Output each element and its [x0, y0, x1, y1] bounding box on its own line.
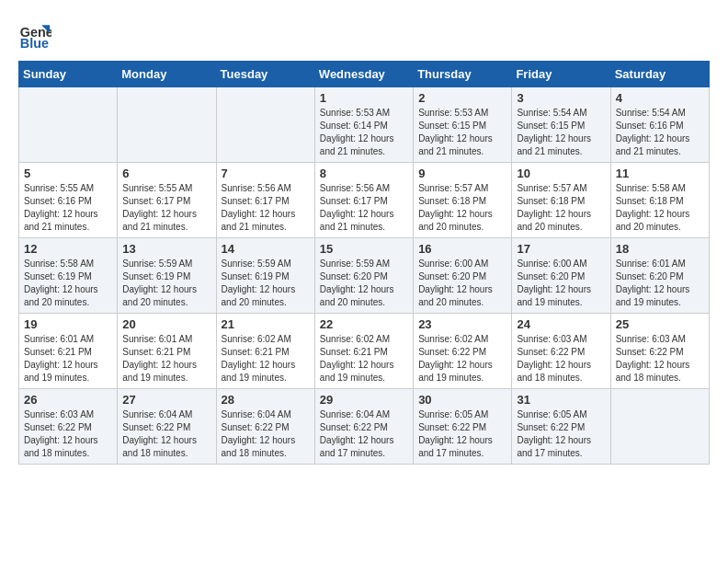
day-number: 23 — [418, 317, 506, 331]
day-info: Sunrise: 6:00 AM Sunset: 6:20 PM Dayligh… — [517, 258, 605, 309]
day-info: Sunrise: 5:57 AM Sunset: 6:18 PM Dayligh… — [418, 182, 506, 234]
day-info: Sunrise: 5:56 AM Sunset: 6:17 PM Dayligh… — [222, 182, 310, 234]
day-info: Sunrise: 5:59 AM Sunset: 6:19 PM Dayligh… — [222, 258, 310, 309]
day-number: 9 — [418, 167, 506, 180]
day-number: 8 — [320, 167, 408, 180]
day-number: 1 — [320, 91, 408, 105]
logo-icon: General Blue — [18, 18, 51, 52]
day-number: 3 — [517, 91, 605, 105]
day-number: 12 — [24, 242, 112, 256]
day-number: 27 — [122, 393, 210, 407]
week-row-4: 19Sunrise: 6:01 AM Sunset: 6:21 PM Dayli… — [19, 314, 710, 389]
day-number: 29 — [320, 393, 408, 407]
day-number: 13 — [122, 242, 210, 256]
day-number: 25 — [616, 317, 704, 331]
weekday-header-wednesday: Wednesday — [314, 62, 413, 87]
calendar-cell: 24Sunrise: 6:03 AM Sunset: 6:22 PM Dayli… — [512, 314, 610, 389]
calendar-cell: 13Sunrise: 5:59 AM Sunset: 6:19 PM Dayli… — [118, 238, 216, 314]
day-info: Sunrise: 6:05 AM Sunset: 6:22 PM Dayligh… — [517, 408, 605, 460]
calendar-cell: 15Sunrise: 5:59 AM Sunset: 6:20 PM Dayli… — [314, 238, 413, 314]
day-number: 11 — [616, 167, 704, 180]
calendar-cell: 7Sunrise: 5:56 AM Sunset: 6:17 PM Daylig… — [216, 163, 314, 238]
day-number: 17 — [517, 242, 605, 256]
day-info: Sunrise: 5:53 AM Sunset: 6:14 PM Dayligh… — [320, 107, 408, 158]
weekday-header-saturday: Saturday — [610, 62, 709, 87]
weekday-header-friday: Friday — [512, 62, 610, 87]
day-info: Sunrise: 6:01 AM Sunset: 6:21 PM Dayligh… — [122, 333, 210, 385]
day-info: Sunrise: 6:03 AM Sunset: 6:22 PM Dayligh… — [616, 333, 704, 385]
day-info: Sunrise: 6:05 AM Sunset: 6:22 PM Dayligh… — [418, 408, 506, 460]
day-number: 16 — [418, 242, 506, 256]
day-number: 2 — [418, 91, 506, 105]
calendar-cell: 3Sunrise: 5:54 AM Sunset: 6:15 PM Daylig… — [512, 87, 610, 163]
calendar-cell: 28Sunrise: 6:04 AM Sunset: 6:22 PM Dayli… — [216, 389, 314, 465]
day-number: 28 — [222, 393, 310, 407]
day-info: Sunrise: 6:03 AM Sunset: 6:22 PM Dayligh… — [24, 408, 112, 460]
day-number: 15 — [320, 242, 408, 256]
week-row-3: 12Sunrise: 5:58 AM Sunset: 6:19 PM Dayli… — [19, 238, 710, 314]
day-info: Sunrise: 5:53 AM Sunset: 6:15 PM Dayligh… — [418, 107, 506, 158]
day-info: Sunrise: 5:59 AM Sunset: 6:19 PM Dayligh… — [122, 258, 210, 309]
day-number: 20 — [122, 317, 210, 331]
day-number: 18 — [616, 242, 704, 256]
calendar-cell — [19, 87, 118, 163]
calendar-cell — [118, 87, 216, 163]
calendar-cell: 12Sunrise: 5:58 AM Sunset: 6:19 PM Dayli… — [19, 238, 118, 314]
day-number: 31 — [517, 393, 605, 407]
calendar-cell: 10Sunrise: 5:57 AM Sunset: 6:18 PM Dayli… — [512, 163, 610, 238]
calendar-cell: 29Sunrise: 6:04 AM Sunset: 6:22 PM Dayli… — [314, 389, 413, 465]
week-row-1: 1Sunrise: 5:53 AM Sunset: 6:14 PM Daylig… — [19, 87, 710, 163]
day-info: Sunrise: 5:54 AM Sunset: 6:15 PM Dayligh… — [517, 107, 605, 158]
calendar-cell: 25Sunrise: 6:03 AM Sunset: 6:22 PM Dayli… — [610, 314, 709, 389]
calendar-cell: 1Sunrise: 5:53 AM Sunset: 6:14 PM Daylig… — [314, 87, 413, 163]
calendar-cell: 23Sunrise: 6:02 AM Sunset: 6:22 PM Dayli… — [414, 314, 512, 389]
calendar-cell: 22Sunrise: 6:02 AM Sunset: 6:21 PM Dayli… — [314, 314, 413, 389]
weekday-header-tuesday: Tuesday — [216, 62, 314, 87]
day-info: Sunrise: 6:00 AM Sunset: 6:20 PM Dayligh… — [418, 258, 506, 309]
day-info: Sunrise: 6:02 AM Sunset: 6:21 PM Dayligh… — [222, 333, 310, 385]
day-number: 4 — [616, 91, 704, 105]
calendar-cell: 21Sunrise: 6:02 AM Sunset: 6:21 PM Dayli… — [216, 314, 314, 389]
calendar-cell: 4Sunrise: 5:54 AM Sunset: 6:16 PM Daylig… — [610, 87, 709, 163]
day-info: Sunrise: 5:57 AM Sunset: 6:18 PM Dayligh… — [517, 182, 605, 234]
calendar-cell: 20Sunrise: 6:01 AM Sunset: 6:21 PM Dayli… — [118, 314, 216, 389]
calendar-cell: 2Sunrise: 5:53 AM Sunset: 6:15 PM Daylig… — [414, 87, 512, 163]
day-number: 10 — [517, 167, 605, 180]
calendar-cell: 11Sunrise: 5:58 AM Sunset: 6:18 PM Dayli… — [610, 163, 709, 238]
page-header: General Blue — [18, 18, 710, 52]
calendar-cell: 26Sunrise: 6:03 AM Sunset: 6:22 PM Dayli… — [19, 389, 118, 465]
calendar-cell — [610, 389, 709, 465]
calendar-cell: 18Sunrise: 6:01 AM Sunset: 6:20 PM Dayli… — [610, 238, 709, 314]
day-number: 14 — [222, 242, 310, 256]
day-info: Sunrise: 5:59 AM Sunset: 6:20 PM Dayligh… — [320, 258, 408, 309]
calendar-cell: 5Sunrise: 5:55 AM Sunset: 6:16 PM Daylig… — [19, 163, 118, 238]
day-number: 22 — [320, 317, 408, 331]
day-number: 6 — [122, 167, 210, 180]
day-info: Sunrise: 6:02 AM Sunset: 6:22 PM Dayligh… — [418, 333, 506, 385]
weekday-header-monday: Monday — [118, 62, 216, 87]
day-info: Sunrise: 5:58 AM Sunset: 6:19 PM Dayligh… — [24, 258, 112, 309]
day-info: Sunrise: 6:04 AM Sunset: 6:22 PM Dayligh… — [222, 408, 310, 460]
weekday-header-row: SundayMondayTuesdayWednesdayThursdayFrid… — [19, 62, 710, 87]
day-info: Sunrise: 6:04 AM Sunset: 6:22 PM Dayligh… — [320, 408, 408, 460]
logo: General Blue — [18, 18, 55, 52]
calendar-cell: 17Sunrise: 6:00 AM Sunset: 6:20 PM Dayli… — [512, 238, 610, 314]
day-info: Sunrise: 5:58 AM Sunset: 6:18 PM Dayligh… — [616, 182, 704, 234]
calendar-cell: 16Sunrise: 6:00 AM Sunset: 6:20 PM Dayli… — [414, 238, 512, 314]
day-info: Sunrise: 6:02 AM Sunset: 6:21 PM Dayligh… — [320, 333, 408, 385]
day-number: 21 — [222, 317, 310, 331]
day-number: 26 — [24, 393, 112, 407]
week-row-2: 5Sunrise: 5:55 AM Sunset: 6:16 PM Daylig… — [19, 163, 710, 238]
calendar-cell: 8Sunrise: 5:56 AM Sunset: 6:17 PM Daylig… — [314, 163, 413, 238]
calendar-cell: 14Sunrise: 5:59 AM Sunset: 6:19 PM Dayli… — [216, 238, 314, 314]
day-info: Sunrise: 6:04 AM Sunset: 6:22 PM Dayligh… — [122, 408, 210, 460]
week-row-5: 26Sunrise: 6:03 AM Sunset: 6:22 PM Dayli… — [19, 389, 710, 465]
day-number: 24 — [517, 317, 605, 331]
day-info: Sunrise: 5:56 AM Sunset: 6:17 PM Dayligh… — [320, 182, 408, 234]
calendar-cell: 30Sunrise: 6:05 AM Sunset: 6:22 PM Dayli… — [414, 389, 512, 465]
calendar-cell: 31Sunrise: 6:05 AM Sunset: 6:22 PM Dayli… — [512, 389, 610, 465]
weekday-header-thursday: Thursday — [414, 62, 512, 87]
day-number: 30 — [418, 393, 506, 407]
day-info: Sunrise: 6:03 AM Sunset: 6:22 PM Dayligh… — [517, 333, 605, 385]
day-info: Sunrise: 5:54 AM Sunset: 6:16 PM Dayligh… — [616, 107, 704, 158]
